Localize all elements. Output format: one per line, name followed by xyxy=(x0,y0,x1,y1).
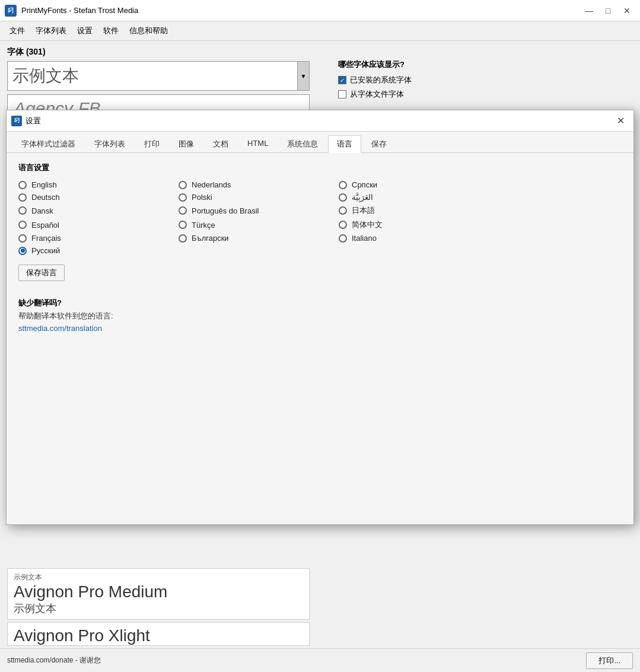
right-panel: 哪些字体应该显示? ✓ 已安装的系统字体 从字体文件字体 xyxy=(332,53,418,109)
radio-chinese-simplified[interactable] xyxy=(18,247,27,255)
main-menubar: 文件 字体列表 设置 软件 信息和帮助 xyxy=(0,21,640,41)
lang-label-french: Polski xyxy=(192,193,212,202)
missing-desc: 帮助翻译本软件到您的语言: xyxy=(18,311,622,321)
radio-italian[interactable] xyxy=(339,193,347,202)
lang-option-danish[interactable]: Српски xyxy=(339,180,493,189)
menu-file[interactable]: 文件 xyxy=(5,24,30,38)
restore-button[interactable]: □ xyxy=(600,2,616,19)
language-section-title: 语言设置 xyxy=(18,163,622,173)
installed-fonts-label: 已安装的系统字体 xyxy=(350,75,412,85)
tab-language[interactable]: 语言 xyxy=(328,135,361,153)
lang-label-japanese: Italiano xyxy=(352,234,377,243)
radio-dutch[interactable] xyxy=(18,206,27,215)
dialog-title: 设置 xyxy=(26,116,612,126)
lang-option-serbian[interactable]: Français xyxy=(18,234,173,243)
tab-image[interactable]: 图像 xyxy=(170,135,203,152)
radio-russian[interactable] xyxy=(339,221,347,229)
radio-french[interactable] xyxy=(179,193,187,202)
dialog-logo: 叼 xyxy=(11,116,22,126)
font-input-row: ▼ xyxy=(7,61,310,91)
app-logo: 叼 xyxy=(5,5,17,17)
lang-option-dutch[interactable]: Dansk xyxy=(18,205,173,216)
lang-label-turkish: Español xyxy=(31,221,59,230)
tabs-bar: 字体样式过滤器 字体列表 打印 图像 文档 HTML 系统信息 语言 保存 xyxy=(7,132,633,153)
menu-help[interactable]: 信息和帮助 xyxy=(125,24,173,38)
tab-document[interactable]: 文档 xyxy=(204,135,237,152)
lang-label-bulgarian: Türkçe xyxy=(192,221,215,230)
lang-option-russian[interactable]: 简体中文 xyxy=(339,219,493,230)
lang-option-japanese[interactable]: Italiano xyxy=(339,234,493,243)
font-big-2: Avignon Pro Xlight xyxy=(14,626,303,645)
list-item: 示例文本 Avignon Pro Medium 示例文本 xyxy=(7,568,310,620)
lang-label-italian: العَرَبِيَّة xyxy=(352,193,373,202)
file-fonts-checkbox[interactable] xyxy=(338,90,346,98)
font-scroll-button[interactable]: ▼ xyxy=(297,62,309,90)
menu-fontlist[interactable]: 字体列表 xyxy=(31,24,71,38)
lang-option-chinese-simplified[interactable]: Русский xyxy=(18,246,173,255)
print-button[interactable]: 打印... xyxy=(586,652,633,669)
tab-html[interactable]: HTML xyxy=(238,135,277,152)
close-button[interactable]: ✕ xyxy=(619,2,635,19)
radio-german[interactable] xyxy=(179,181,187,189)
radio-danish[interactable] xyxy=(339,181,347,189)
dialog-content: 语言设置 English Nederlands Српски Deutsch xyxy=(7,153,633,342)
lang-option-english[interactable]: English xyxy=(18,180,173,189)
dialog-close-button[interactable]: ✕ xyxy=(612,113,629,129)
tab-print[interactable]: 打印 xyxy=(135,135,168,152)
bottom-status: sttmedia.com/donate - 谢谢您 xyxy=(7,655,101,665)
right-panel-title: 哪些字体应该显示? xyxy=(338,59,412,70)
installed-fonts-checkbox-row: ✓ 已安装的系统字体 xyxy=(338,75,412,85)
lang-option-arabic[interactable]: Български xyxy=(179,234,333,243)
check-icon: ✓ xyxy=(340,77,345,84)
font-sample-1: 示例文本 xyxy=(14,601,303,616)
menu-software[interactable]: 软件 xyxy=(98,24,123,38)
lang-option-polish[interactable]: Português do Brasil xyxy=(179,205,333,216)
radio-english[interactable] xyxy=(18,181,27,189)
bottom-bar: sttmedia.com/donate - 谢谢您 打印... xyxy=(0,648,640,672)
lang-label-portuguese: 日本語 xyxy=(352,205,375,216)
radio-arabic[interactable] xyxy=(179,234,187,243)
lang-label-english: English xyxy=(31,180,57,189)
installed-fonts-checkbox[interactable]: ✓ xyxy=(338,76,346,84)
lang-label-spanish: Deutsch xyxy=(31,193,60,202)
main-titlebar: 叼 PrintMyFonts - Stefan Trost Media — □ … xyxy=(0,0,640,21)
radio-spanish[interactable] xyxy=(18,193,27,202)
font-input[interactable] xyxy=(8,62,297,90)
tab-font-filter[interactable]: 字体样式过滤器 xyxy=(12,135,84,152)
tab-sysinfo[interactable]: 系统信息 xyxy=(278,135,327,152)
radio-turkish[interactable] xyxy=(18,221,27,229)
lang-option-bulgarian[interactable]: Türkçe xyxy=(179,219,333,230)
lang-label-danish: Српски xyxy=(352,180,377,189)
tab-font-list[interactable]: 字体列表 xyxy=(85,135,134,152)
lang-option-turkish[interactable]: Español xyxy=(18,219,173,230)
lang-label-polish: Português do Brasil xyxy=(192,206,259,215)
font-list: 示例文本 Avignon Pro Medium 示例文本 Avignon Pro… xyxy=(7,568,310,648)
lang-label-dutch: Dansk xyxy=(31,206,53,215)
window-controls: — □ ✕ xyxy=(581,2,635,19)
font-label-1: 示例文本 xyxy=(14,572,303,582)
lang-label-arabic: Български xyxy=(192,234,229,243)
radio-japanese[interactable] xyxy=(339,234,347,243)
lang-option-italian[interactable]: العَرَبِيَّة xyxy=(339,193,493,202)
file-fonts-label: 从字体文件字体 xyxy=(350,89,404,100)
radio-serbian[interactable] xyxy=(18,234,27,243)
lang-label-serbian: Français xyxy=(31,234,61,243)
radio-portuguese[interactable] xyxy=(339,206,347,215)
settings-dialog: 叼 设置 ✕ 字体样式过滤器 字体列表 打印 图像 文档 HTML 系统信息 语… xyxy=(6,110,634,525)
save-language-button[interactable]: 保存语言 xyxy=(18,265,65,281)
radio-selected-indicator xyxy=(21,249,25,253)
lang-option-portuguese[interactable]: 日本語 xyxy=(339,205,493,216)
lang-option-french[interactable]: Polski xyxy=(179,193,333,202)
menu-settings[interactable]: 设置 xyxy=(72,24,97,38)
lang-option-spanish[interactable]: Deutsch xyxy=(18,193,173,202)
app-title: PrintMyFonts - Stefan Trost Media xyxy=(21,6,581,15)
radio-polish[interactable] xyxy=(179,206,187,215)
language-grid: English Nederlands Српски Deutsch Polski… xyxy=(18,180,622,255)
translation-link[interactable]: sttmedia.com/translation xyxy=(18,324,102,333)
lang-label-german: Nederlands xyxy=(192,180,231,189)
radio-bulgarian[interactable] xyxy=(179,221,187,229)
minimize-button[interactable]: — xyxy=(581,2,597,19)
lang-option-german[interactable]: Nederlands xyxy=(179,180,333,189)
missing-translation-section: 缺少翻译吗? 帮助翻译本软件到您的语言: sttmedia.com/transl… xyxy=(18,298,622,333)
tab-save[interactable]: 保存 xyxy=(362,135,396,152)
